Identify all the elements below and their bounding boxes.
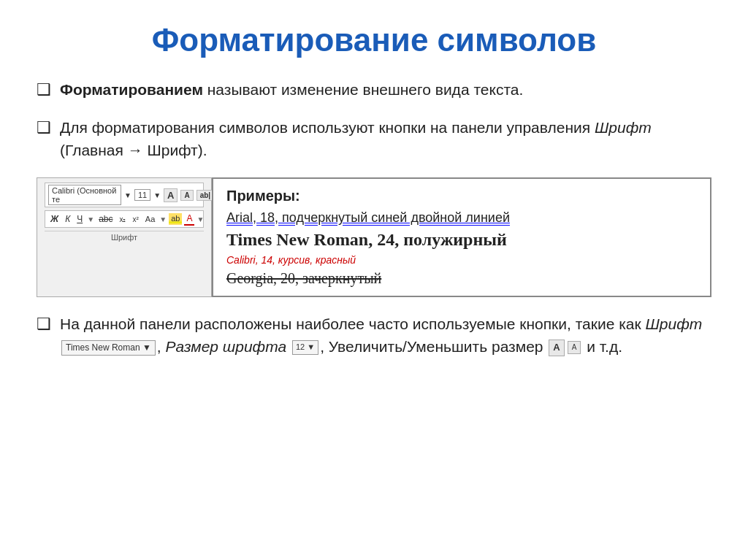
bullet-1-rest: называют изменение внешнего вида текста. <box>203 81 523 98</box>
bullet-3-text4: и т.д. <box>582 338 622 355</box>
bullet-3: ❑ На данной панели расположены наиболее … <box>37 313 711 358</box>
arrow-symbol: → <box>128 142 143 158</box>
bullet-3-text1: На данной панели расположены наиболее ча… <box>60 315 646 332</box>
font-dropdown-chevron: ▼ <box>142 342 151 353</box>
font-panel-mid-row: Ж К Ч ▼ abc x₂ x² Aa ▼ ab A ▼ <box>45 210 204 228</box>
bullet-3-text2: , <box>157 338 166 355</box>
bullet-3-text3: , Увеличить/Уменьшить размер <box>320 338 547 355</box>
separator1: ▼ <box>87 215 94 223</box>
bullet-1-bold: Форматированием <box>60 81 203 98</box>
font-size-inline-dropdown[interactable]: 12 ▼ <box>292 340 318 355</box>
example-calibri: Calibri, 14, курсив, красный <box>226 254 697 266</box>
font-dropdown-value: Times New Roman <box>66 342 140 353</box>
bullet-2: ❑ Для форматирования символов используют… <box>37 117 711 161</box>
checkbox-icon-1: ❑ <box>37 80 51 99</box>
checkbox-icon-2: ❑ <box>37 118 51 137</box>
grow-font-inline-btn[interactable]: A <box>549 340 564 356</box>
size-dropdown-arrow: ▼ <box>153 191 161 199</box>
font-panel: Calibri (Основной те ▼ 11 ▼ A A ab| Ж К … <box>37 177 212 297</box>
subscript-btn[interactable]: x₂ <box>117 215 128 224</box>
bullet-3-text: На данной панели расположены наиболее ча… <box>60 313 711 358</box>
bullet-2-text3: Шрифт). <box>143 142 207 158</box>
bullet-2-text2: (Главная <box>60 142 128 158</box>
font-name-display: Calibri (Основной те <box>48 185 121 205</box>
grow-font-btn[interactable]: A <box>164 188 178 202</box>
size-dropdown-value: 12 <box>296 342 305 351</box>
font-panel-top-row: Calibri (Основной те ▼ 11 ▼ A A ab| <box>45 183 204 207</box>
bullet-1-text: Форматированием называют изменение внешн… <box>60 79 523 101</box>
bold-btn[interactable]: Ж <box>48 213 61 225</box>
page-title: Форматирование символов <box>37 22 711 58</box>
examples-row: Calibri (Основной те ▼ 11 ▼ A A ab| Ж К … <box>37 177 711 297</box>
shrink-font-inline-btn[interactable]: A <box>568 341 581 355</box>
checkbox-icon-3: ❑ <box>37 315 51 334</box>
shrink-font-btn[interactable]: A <box>180 190 193 201</box>
font-panel-label: Шрифт <box>45 231 204 242</box>
examples-box: Примеры: Arial, 18, подчеркнутый синей д… <box>212 177 711 297</box>
superscript-btn[interactable]: x² <box>130 215 140 224</box>
bullet-1: ❑ Форматированием называют изменение вне… <box>37 79 711 101</box>
bullet-2-italic: Шрифт <box>595 119 652 136</box>
separator3: ▼ <box>196 215 204 223</box>
highlight-btn[interactable]: ab <box>169 213 182 225</box>
examples-title: Примеры: <box>226 188 697 204</box>
size-chevron: ▼ <box>307 342 315 351</box>
example-georgia: Georgia, 20, зачеркнутый <box>226 270 697 287</box>
separator2: ▼ <box>159 215 167 223</box>
font-size-display: 11 <box>134 189 150 201</box>
bullet-2-text: Для форматирования символов используют к… <box>60 117 711 161</box>
strikethrough-btn[interactable]: abc <box>96 213 115 225</box>
font-dropdown-arrow: ▼ <box>124 191 131 199</box>
grow-btn-label: A <box>553 342 560 353</box>
shrink-btn-label: A <box>572 343 577 351</box>
example-arial: Arial, 18, подчеркнутый синей двойной ли… <box>226 210 697 226</box>
bullet-3-italic2: Размер шрифта <box>165 338 286 355</box>
bullet-3-italic1: Шрифт <box>646 315 703 332</box>
bullet-2-text1: Для форматирования символов используют к… <box>60 119 595 136</box>
underline-btn[interactable]: Ч <box>75 213 85 225</box>
italic-btn[interactable]: К <box>63 213 72 225</box>
font-color-btn[interactable]: A <box>184 212 194 226</box>
font-name-inline-dropdown[interactable]: Times New Roman ▼ <box>61 340 156 356</box>
example-times: Times New Roman, 24, полужирный <box>226 230 697 250</box>
case-btn[interactable]: Aa <box>143 214 157 224</box>
